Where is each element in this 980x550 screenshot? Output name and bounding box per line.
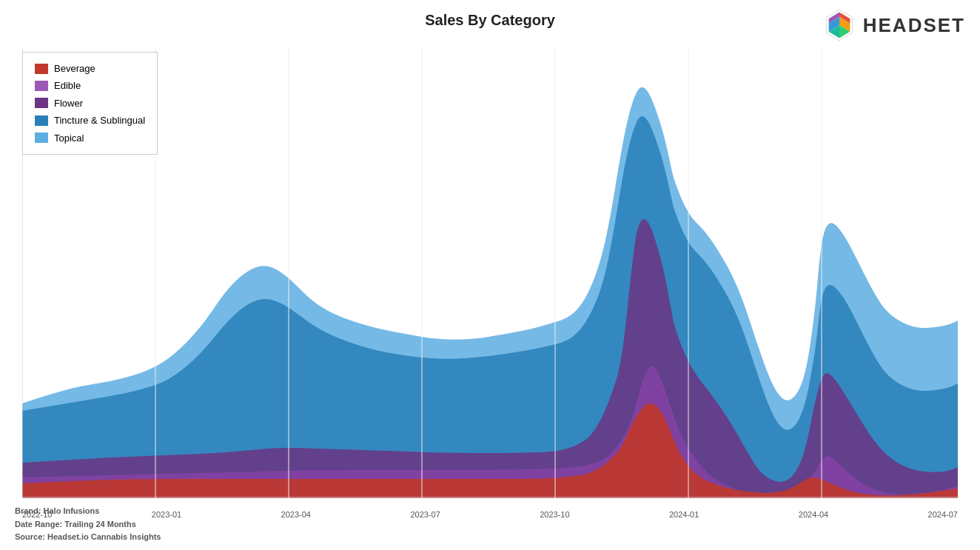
x-label-4: 2023-10 bbox=[540, 510, 569, 519]
footer-date-range-value: Trailing 24 Months bbox=[64, 520, 136, 529]
legend-color-tincture bbox=[35, 115, 48, 126]
legend-item-topical: Topical bbox=[35, 130, 145, 147]
x-label-6: 2024-04 bbox=[799, 510, 828, 519]
footer-info: Brand: Halo Infusions Date Range: Traili… bbox=[15, 505, 161, 544]
chart-container: HEADSET Sales By Category Beverage Edibl… bbox=[0, 0, 980, 550]
legend-item-tincture: Tincture & Sublingual bbox=[35, 112, 145, 129]
footer-brand-label: Brand: bbox=[15, 506, 41, 515]
legend-label-edible: Edible bbox=[54, 77, 81, 94]
x-label-7: 2024-07 bbox=[928, 510, 958, 519]
footer-brand-value: Halo Infusions bbox=[44, 506, 100, 515]
legend-item-beverage: Beverage bbox=[35, 60, 145, 77]
legend-color-beverage bbox=[35, 64, 48, 74]
legend-item-flower: Flower bbox=[35, 95, 145, 112]
x-axis-labels: 2022-10 2023-01 2023-04 2023-07 2023-10 … bbox=[22, 510, 958, 519]
x-label-2: 2023-04 bbox=[281, 510, 311, 519]
legend-label-flower: Flower bbox=[54, 95, 83, 112]
footer-date-range-label: Date Range: bbox=[15, 520, 62, 529]
legend-color-topical bbox=[35, 133, 48, 143]
x-label-5: 2024-01 bbox=[669, 510, 699, 519]
footer-date-range: Date Range: Trailing 24 Months bbox=[15, 518, 161, 531]
footer-source-label: Source: bbox=[15, 532, 45, 541]
legend-item-edible: Edible bbox=[35, 77, 145, 94]
logo: HEADSET bbox=[822, 7, 965, 43]
legend-label-beverage: Beverage bbox=[54, 60, 95, 77]
legend-color-flower bbox=[35, 98, 48, 108]
headset-logo-icon bbox=[822, 7, 857, 43]
chart-legend: Beverage Edible Flower Tincture & Sublin… bbox=[22, 52, 158, 155]
footer-brand: Brand: Halo Infusions bbox=[15, 505, 161, 518]
logo-text: HEADSET bbox=[863, 14, 965, 37]
footer-source: Source: Headset.io Cannabis Insights bbox=[15, 531, 161, 544]
main-chart-svg bbox=[22, 48, 958, 498]
legend-label-tincture: Tincture & Sublingual bbox=[54, 112, 145, 129]
footer-source-value: Headset.io Cannabis Insights bbox=[47, 532, 161, 541]
legend-color-edible bbox=[35, 81, 48, 91]
legend-label-topical: Topical bbox=[54, 130, 84, 147]
x-label-3: 2023-07 bbox=[410, 510, 440, 519]
